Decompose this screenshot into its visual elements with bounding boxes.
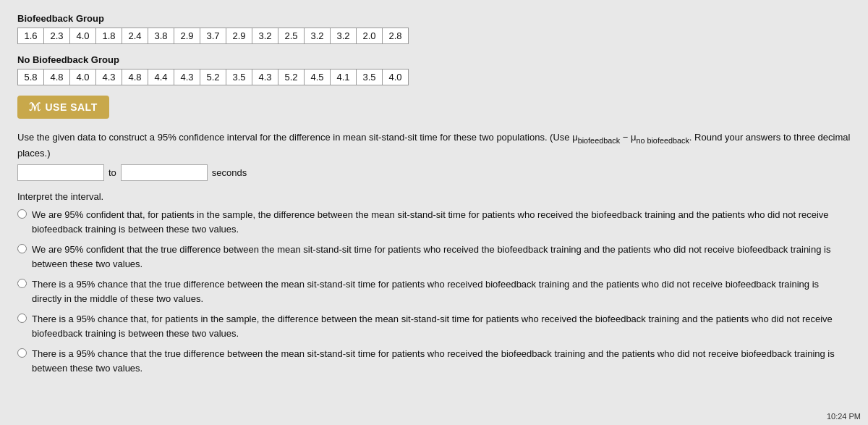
biofeedback-cell: 2.8: [383, 28, 409, 44]
option-text-2: We are 95% confident that the true diffe…: [32, 243, 851, 271]
to-label: to: [109, 167, 116, 178]
biofeedback-cell: 2.3: [44, 28, 70, 44]
option-item-4[interactable]: There is a 95% chance that, for patients…: [17, 312, 851, 340]
option-item-2[interactable]: We are 95% confident that the true diffe…: [17, 243, 851, 271]
option-text-3: There is a 95% chance that the true diff…: [32, 277, 851, 306]
use-salt-label: USE SALT: [46, 101, 98, 113]
no-biofeedback-cell: 4.5: [305, 70, 331, 85]
no-biofeedback-cell: 4.1: [331, 70, 357, 85]
option-radio-1[interactable]: [17, 209, 27, 219]
biofeedback-cell: 2.4: [122, 28, 148, 44]
no-biofeedback-label: No Biofeedback Group: [17, 54, 851, 65]
no-biofeedback-cell: 4.3: [252, 70, 278, 85]
option-radio-4[interactable]: [17, 314, 27, 323]
no-biofeedback-cell: 4.0: [70, 70, 96, 85]
no-biofeedback-table: 5.84.84.04.34.84.44.35.23.54.35.24.54.13…: [17, 69, 409, 85]
seconds-label: seconds: [212, 167, 247, 178]
answer-input-row: to seconds: [17, 164, 851, 181]
options-list: We are 95% confident that, for patients …: [17, 208, 851, 375]
interpret-label: Interpret the interval.: [17, 191, 851, 202]
salt-icon: ℳ: [29, 101, 41, 114]
biofeedback-cell: 4.0: [70, 28, 96, 44]
no-biofeedback-cell: 5.2: [200, 70, 226, 85]
no-biofeedback-cell: 4.8: [44, 70, 70, 85]
biofeedback-cell: 3.2: [331, 28, 357, 44]
biofeedback-cell: 2.5: [278, 28, 305, 44]
no-biofeedback-cell: 4.4: [148, 70, 174, 85]
option-radio-3[interactable]: [17, 279, 27, 288]
upper-bound-input[interactable]: [121, 164, 208, 181]
option-radio-2[interactable]: [17, 244, 27, 253]
biofeedback-cell: 2.0: [357, 28, 383, 44]
biofeedback-cell: 3.2: [305, 28, 331, 44]
use-salt-button[interactable]: ℳ USE SALT: [17, 96, 109, 119]
biofeedback-cell: 1.8: [96, 28, 122, 44]
biofeedback-table: 1.62.34.01.82.43.82.93.72.93.22.53.23.22…: [17, 28, 409, 44]
no-biofeedback-cell: 5.8: [18, 70, 44, 85]
no-biofeedback-cell: 4.8: [122, 70, 148, 85]
option-radio-5[interactable]: [17, 348, 27, 358]
no-biofeedback-cell: 4.3: [174, 70, 200, 85]
biofeedback-cell: 3.8: [148, 28, 174, 44]
no-biofeedback-section: No Biofeedback Group 5.84.84.04.34.84.44…: [17, 54, 851, 85]
no-biofeedback-cell: 3.5: [226, 70, 252, 85]
option-item-1[interactable]: We are 95% confident that, for patients …: [17, 208, 851, 236]
biofeedback-cell: 1.6: [18, 28, 44, 44]
no-biofeedback-cell: 3.5: [357, 70, 383, 85]
biofeedback-cell: 3.7: [200, 28, 226, 44]
no-biofeedback-cell: 4.3: [96, 70, 122, 85]
biofeedback-cell: 3.2: [252, 28, 278, 44]
biofeedback-cell: 2.9: [226, 28, 252, 44]
biofeedback-label: Biofeedback Group: [17, 13, 851, 24]
no-biofeedback-cell: 4.0: [383, 70, 409, 85]
option-text-4: There is a 95% chance that, for patients…: [32, 312, 851, 340]
biofeedback-cell: 2.9: [174, 28, 200, 44]
option-text-5: There is a 95% chance that the true diff…: [32, 347, 851, 375]
option-item-3[interactable]: There is a 95% chance that the true diff…: [17, 277, 851, 306]
option-text-1: We are 95% confident that, for patients …: [32, 208, 851, 236]
lower-bound-input[interactable]: [17, 164, 104, 181]
instruction-text: Use the given data to construct a 95% co…: [17, 130, 851, 160]
timestamp: 10:24 PM: [827, 412, 861, 421]
no-biofeedback-cell: 5.2: [278, 70, 305, 85]
option-item-5[interactable]: There is a 95% chance that the true diff…: [17, 347, 851, 375]
biofeedback-section: Biofeedback Group 1.62.34.01.82.43.82.93…: [17, 13, 851, 44]
